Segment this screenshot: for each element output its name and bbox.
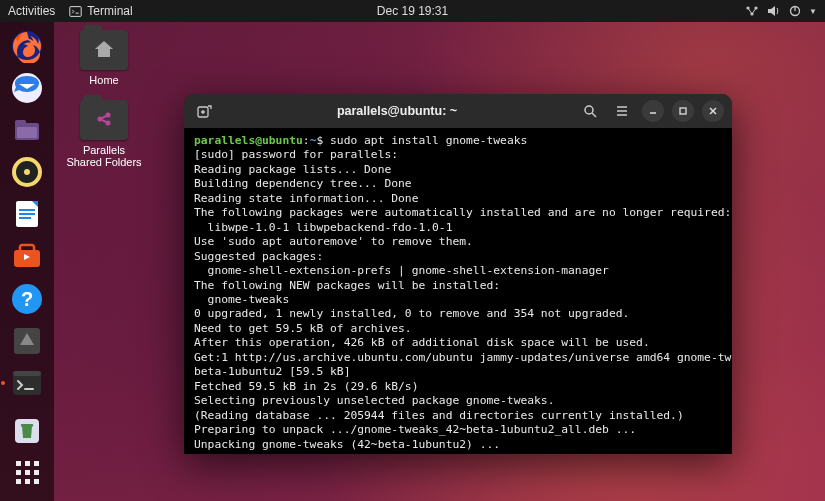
firefox-icon <box>10 29 44 63</box>
search-icon <box>583 104 597 118</box>
dock-rhythmbox[interactable] <box>7 154 47 190</box>
top-bar: Activities Terminal Dec 19 19:31 ▼ <box>0 0 825 22</box>
svg-rect-16 <box>19 213 35 215</box>
dock-files[interactable] <box>7 112 47 148</box>
dock-terminal[interactable] <box>7 365 47 401</box>
svg-point-13 <box>24 169 30 175</box>
svg-point-27 <box>98 117 103 122</box>
hamburger-icon <box>615 104 629 118</box>
clock[interactable]: Dec 19 19:31 <box>377 4 448 18</box>
libreoffice-icon <box>10 197 44 231</box>
svg-text:?: ? <box>21 288 33 310</box>
maximize-button[interactable] <box>672 100 694 122</box>
menu-button[interactable] <box>610 99 634 123</box>
share-icon <box>94 111 114 129</box>
desktop-icon-home[interactable]: Home <box>66 30 142 86</box>
terminal-title: parallels@ubuntu: ~ <box>224 104 570 118</box>
svg-line-33 <box>592 113 596 117</box>
terminal-app-icon <box>10 366 44 400</box>
power-icon <box>789 5 801 17</box>
desktop-icon-label: Home <box>66 74 142 86</box>
dock-trash[interactable] <box>7 413 47 449</box>
terminal-window: parallels@ubuntu: ~ parallels@ubuntu:~$ … <box>184 94 732 454</box>
svg-point-32 <box>585 106 593 114</box>
new-tab-button[interactable] <box>192 99 216 123</box>
topbar-app-label: Terminal <box>87 4 132 18</box>
rhythmbox-icon <box>10 155 44 189</box>
network-icon <box>745 5 759 17</box>
dock-appimage[interactable] <box>7 323 47 359</box>
svg-rect-25 <box>21 424 33 427</box>
svg-rect-0 <box>70 6 81 16</box>
home-icon <box>93 39 115 59</box>
topbar-app[interactable]: Terminal <box>69 4 132 18</box>
files-icon <box>10 113 44 147</box>
desktop-icon-label: Parallels Shared Folders <box>66 144 142 168</box>
system-tray[interactable]: ▼ <box>745 5 817 17</box>
terminal-titlebar[interactable]: parallels@ubuntu: ~ <box>184 94 732 128</box>
svg-point-26 <box>106 113 111 118</box>
software-icon <box>10 240 44 274</box>
activities-button[interactable]: Activities <box>8 4 55 18</box>
dock-help[interactable]: ? <box>7 281 47 317</box>
minimize-button[interactable] <box>642 100 664 122</box>
thunderbird-icon <box>10 71 44 105</box>
close-icon <box>708 106 718 116</box>
dock: ? <box>0 22 54 501</box>
svg-rect-38 <box>680 108 686 114</box>
svg-rect-23 <box>13 371 41 376</box>
new-tab-icon <box>197 104 212 119</box>
close-button[interactable] <box>702 100 724 122</box>
maximize-icon <box>678 106 688 116</box>
volume-icon <box>767 5 781 17</box>
minimize-icon <box>648 106 658 116</box>
dock-software[interactable] <box>7 238 47 274</box>
show-applications-button[interactable] <box>7 455 47 491</box>
svg-point-28 <box>106 121 111 126</box>
help-icon: ? <box>10 282 44 316</box>
terminal-output[interactable]: parallels@ubuntu:~$ sudo apt install gno… <box>184 128 732 454</box>
svg-rect-17 <box>19 217 31 219</box>
trash-icon <box>12 416 42 446</box>
svg-rect-15 <box>19 209 35 211</box>
desktop-icon-parallels[interactable]: Parallels Shared Folders <box>66 100 142 168</box>
desktop-icons: Home Parallels Shared Folders <box>66 30 142 182</box>
chevron-down-icon: ▼ <box>809 7 817 16</box>
dock-libreoffice[interactable] <box>7 196 47 232</box>
svg-rect-10 <box>17 127 37 138</box>
dock-thunderbird[interactable] <box>7 70 47 106</box>
svg-rect-9 <box>15 120 26 125</box>
appimage-icon <box>12 326 42 356</box>
search-button[interactable] <box>578 99 602 123</box>
dock-firefox[interactable] <box>7 28 47 64</box>
terminal-icon <box>69 5 82 18</box>
